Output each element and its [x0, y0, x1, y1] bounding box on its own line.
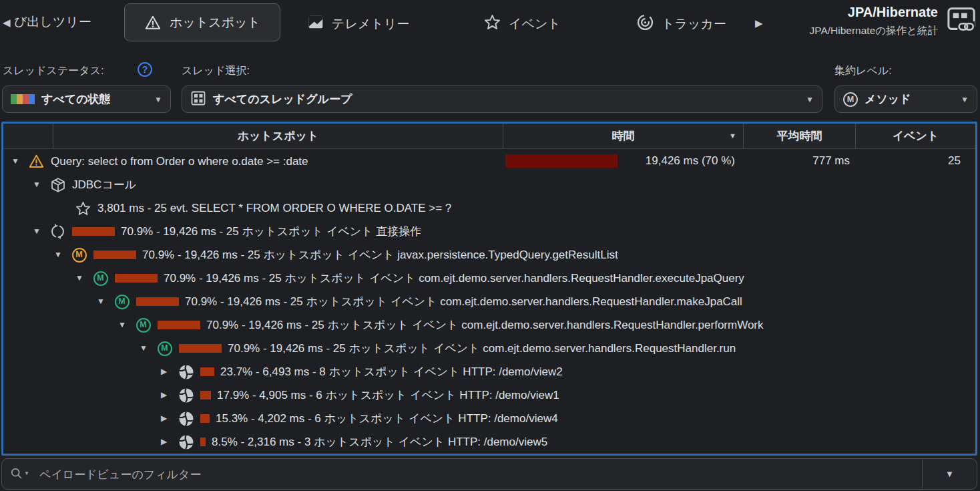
tree-row[interactable]: ▶17.9% - 4,905 ms - 6 ホットスポット イベント HTTP:…: [3, 383, 975, 406]
expand-toggle-icon[interactable]: ▼: [54, 243, 70, 267]
row-label: 70.9% - 19,426 ms - 25 ホットスポット イベント java…: [142, 249, 618, 261]
tab-events[interactable]: イベント: [483, 13, 561, 34]
aggregation-value: メソッド: [865, 92, 954, 107]
aggregation-dropdown[interactable]: M メソッド ▼: [834, 86, 977, 113]
method-icon: M: [91, 271, 109, 286]
method-icon: M: [113, 295, 131, 309]
method-icon: M: [70, 248, 88, 263]
aggregation-label: 集約レベル:: [834, 64, 892, 78]
probe-window-link-icon: [947, 5, 976, 35]
row-label: 8.5% - 2,316 ms - 3 ホットスポット イベント HTTP: /…: [212, 436, 547, 448]
package-icon: [49, 177, 67, 193]
column-header-events[interactable]: イベント: [855, 124, 975, 149]
time-bar: [505, 154, 618, 168]
row-label: 3,801 ms - 25 evt. SELECT * FROM ORDER O…: [97, 202, 451, 214]
row-label: 70.9% - 19,426 ms - 25 ホットスポット イベント com.…: [164, 272, 744, 285]
expand-toggle-icon[interactable]: ▶: [161, 407, 177, 430]
thread-status-dropdown[interactable]: すべての状態 ▼: [2, 86, 171, 113]
tree-row[interactable]: ▼M70.9% - 19,426 ms - 25 ホットスポット イベント co…: [3, 266, 975, 289]
scroll-tabs-right-icon[interactable]: ▶: [755, 17, 763, 29]
expand-toggle-icon[interactable]: ▼: [75, 267, 91, 290]
tab-label: イベント: [509, 15, 561, 33]
time-value: 19,426 ms (70 %): [646, 149, 735, 172]
filter-dropdown-button[interactable]: ▼: [923, 460, 977, 488]
tab-call-tree[interactable]: び出しツリー: [14, 13, 91, 31]
expand-toggle-icon[interactable]: ▶: [161, 360, 177, 383]
tab-hotspots[interactable]: ホットスポット: [124, 3, 280, 41]
payload-filter-input[interactable]: [38, 460, 909, 490]
expand-toggle-icon[interactable]: ▼: [118, 313, 134, 337]
hotspot-percent-bar: [158, 321, 200, 329]
probe-subtitle: JPA/Hibernateの操作と統計: [809, 24, 938, 38]
hotspot-percent-bar: [200, 367, 214, 376]
row-label: 70.9% - 19,426 ms - 25 ホットスポット イベント com.…: [206, 319, 764, 331]
scroll-tabs-left-icon[interactable]: ◀: [3, 17, 11, 29]
column-header-avg-time[interactable]: 平均時間: [743, 124, 855, 149]
telemetry-icon: [307, 13, 324, 34]
thread-status-label: スレッドステータス:: [3, 64, 103, 78]
direct-operation-icon: [49, 224, 67, 239]
expand-toggle-icon[interactable]: ▼: [97, 290, 113, 313]
hotspot-percent-bar: [200, 438, 206, 446]
help-icon[interactable]: ?: [138, 62, 152, 77]
expand-toggle-icon[interactable]: ▼: [33, 220, 49, 243]
search-options-arrow-icon[interactable]: ▼: [24, 470, 29, 476]
expand-toggle-icon[interactable]: ▼: [140, 337, 156, 360]
table-header: ホットスポット 時間 ▼ 平均時間 イベント: [3, 124, 975, 149]
tree-row[interactable]: ▼Query: select o from Order o where o.da…: [3, 149, 975, 172]
expand-toggle-icon[interactable]: ▼: [11, 150, 27, 173]
expand-toggle-icon[interactable]: ▶: [161, 383, 177, 407]
method-aggregation-icon: M: [843, 92, 858, 107]
hotspot-percent-bar: [179, 344, 222, 353]
tree-row[interactable]: ▼M70.9% - 19,426 ms - 25 ホットスポット イベント ja…: [3, 242, 975, 266]
tree-row[interactable]: ▶15.3% - 4,202 ms - 6 ホットスポット イベント HTTP:…: [3, 406, 975, 430]
hotspot-percent-bar: [200, 391, 211, 399]
sort-desc-icon: ▼: [729, 124, 736, 148]
tree-row[interactable]: ▼M70.9% - 19,426 ms - 25 ホットスポット イベント co…: [3, 313, 975, 336]
tab-label: ホットスポット: [170, 14, 260, 31]
column-header-time[interactable]: 時間 ▼: [503, 124, 743, 149]
row-label: JDBCコール: [72, 178, 136, 191]
chevron-down-icon: ▼: [961, 95, 969, 104]
hotspot-percent-bar: [200, 414, 210, 423]
tracker-icon: [636, 13, 654, 35]
row-label: 70.9% - 19,426 ms - 25 ホットスポット イベント com.…: [185, 295, 742, 308]
tree-row[interactable]: ▼70.9% - 19,426 ms - 25 ホットスポット イベント 直接操…: [3, 219, 975, 242]
probe-title: JPA/Hibernate: [848, 5, 938, 20]
tree-row[interactable]: ▶8.5% - 2,316 ms - 3 ホットスポット イベント HTTP: …: [3, 430, 975, 453]
tree-row[interactable]: ▼M70.9% - 19,426 ms - 25 ホットスポット イベント co…: [3, 336, 975, 359]
globe-icon: [177, 387, 195, 403]
row-label: Query: select o from Order o where o.dat…: [51, 155, 308, 168]
tree-row[interactable]: ▶23.7% - 6,493 ms - 8 ホットスポット イベント HTTP:…: [3, 359, 975, 383]
tree-row[interactable]: ▼M70.9% - 19,426 ms - 25 ホットスポット イベント co…: [3, 289, 975, 313]
tree-row[interactable]: 3,801 ms - 25 evt. SELECT * FROM ORDER O…: [3, 196, 975, 219]
row-label: 17.9% - 4,905 ms - 6 ホットスポット イベント HTTP: …: [217, 389, 559, 401]
hotspot-percent-bar: [115, 274, 158, 283]
method-icon: M: [134, 318, 152, 333]
thread-states-icon: [11, 94, 35, 104]
row-label: 23.7% - 6,493 ms - 8 ホットスポット イベント HTTP: …: [220, 365, 563, 378]
hotspot-percent-bar: [93, 251, 136, 259]
tab-tracker[interactable]: トラッカー: [636, 13, 726, 35]
tab-label: び出しツリー: [14, 13, 91, 31]
tree-row[interactable]: ▼JDBCコール: [3, 172, 975, 196]
chevron-down-icon: ▼: [806, 95, 814, 104]
tab-telemetry[interactable]: テレメトリー: [307, 13, 409, 34]
column-header-spacer[interactable]: [3, 124, 53, 149]
star-icon: [74, 200, 92, 216]
globe-icon: [177, 411, 195, 427]
row-label: 70.9% - 19,426 ms - 25 ホットスポット イベント 直接操作: [121, 225, 421, 238]
events-value: 25: [948, 149, 961, 172]
thread-selection-dropdown[interactable]: すべてのスレッドグループ ▼: [182, 86, 822, 113]
chevron-down-icon: ▼: [154, 95, 162, 104]
jprofiler-probe-view: ◀ び出しツリー ホットスポット テレメトリー イベント: [0, 0, 980, 491]
expand-toggle-icon[interactable]: ▼: [33, 173, 49, 196]
warning-icon: [27, 154, 45, 169]
payload-filter-bar: ▼ ▼: [1, 458, 977, 490]
column-header-hotspot[interactable]: ホットスポット: [53, 124, 503, 149]
thread-status-value: すべての状態: [41, 92, 148, 107]
expand-toggle-icon[interactable]: ▶: [161, 430, 177, 454]
row-label: 70.9% - 19,426 ms - 25 ホットスポット イベント com.…: [228, 342, 736, 355]
star-icon: [483, 13, 501, 34]
hotspots-table: ホットスポット 時間 ▼ 平均時間 イベント ▼Query: select o …: [1, 122, 977, 456]
